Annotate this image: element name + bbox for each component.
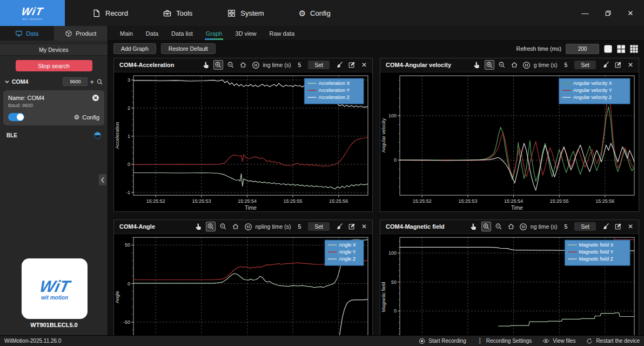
stop-search-button[interactable]: Stop search	[16, 60, 92, 71]
pan-tool-icon[interactable]	[193, 222, 203, 231]
close-panel-icon[interactable]: ✕	[626, 60, 635, 70]
zoom-in-tool-icon[interactable]	[213, 60, 223, 70]
pause-tool-icon[interactable]	[519, 222, 528, 231]
refresh-time-input[interactable]	[566, 44, 599, 54]
sidebar-tab-data[interactable]: Data	[0, 26, 54, 41]
view-files-button[interactable]: View files	[542, 337, 575, 344]
layout-grid4-icon[interactable]	[616, 44, 626, 54]
restore-default-button[interactable]: Restore Default	[161, 43, 216, 54]
home-tool-icon[interactable]	[238, 60, 248, 70]
set-button[interactable]: Set	[574, 61, 596, 69]
add-graph-button[interactable]: Add Graph	[113, 43, 156, 54]
graph-toolbar: Add Graph Restore Default Refresh time (…	[108, 41, 644, 57]
tab-data[interactable]: Data	[140, 28, 164, 40]
baud-rate-input[interactable]	[63, 77, 88, 86]
edit-tool-icon[interactable]	[347, 222, 357, 231]
svg-text:15:25:52: 15:25:52	[413, 198, 432, 204]
pan-tool-icon[interactable]	[201, 60, 211, 70]
edit-tool-icon[interactable]	[347, 60, 357, 70]
pan-tool-icon[interactable]	[469, 222, 479, 231]
sampling-time-value[interactable]: 5	[293, 62, 305, 68]
svg-text:2: 2	[128, 105, 130, 111]
zoom-out-tool-icon[interactable]	[226, 60, 236, 70]
tab-main[interactable]: Main	[115, 28, 138, 40]
zoom-out-tool-icon[interactable]	[218, 222, 228, 231]
close-panel-icon[interactable]: ✕	[359, 222, 369, 231]
sampling-time-value[interactable]: 5	[560, 62, 572, 68]
search-device-icon[interactable]	[96, 78, 103, 85]
app-logo: WiT wit motion	[0, 0, 65, 26]
home-tool-icon[interactable]	[231, 222, 240, 231]
home-tool-icon[interactable]	[509, 60, 519, 70]
restart-device-button[interactable]: Restart the device	[586, 338, 640, 344]
tab-3d-view[interactable]: 3D view	[230, 28, 261, 40]
device-card[interactable]: Name: COM4 Baud: 9600 ⚙ Config	[3, 90, 104, 125]
chevron-down-icon[interactable]	[4, 79, 10, 84]
device-logo-card: WiT wit motion	[22, 258, 88, 319]
sampling-time-value[interactable]: 5	[560, 223, 572, 230]
zoom-in-tool-icon[interactable]	[206, 222, 216, 231]
panel-title: COM4-Angle	[119, 223, 155, 230]
minimize-button[interactable]: —	[576, 5, 594, 21]
acceleration-chart[interactable]: 3210-115:25:5215:25:5315:25:5415:25:5515…	[114, 72, 372, 211]
svg-text:Magnetic field: Magnetic field	[381, 282, 386, 312]
pause-tool-icon[interactable]	[243, 222, 253, 231]
close-button[interactable]: ✕	[621, 5, 640, 21]
menu-system-label: System	[240, 9, 264, 17]
start-recording-button[interactable]: Start Recording	[419, 338, 466, 344]
zoom-in-tool-icon[interactable]	[481, 222, 491, 231]
panel-header: COM4-Angle npling time (s) 5 Set ✕	[114, 220, 372, 234]
clear-tool-icon[interactable]	[334, 222, 344, 231]
close-panel-icon[interactable]: ✕	[359, 60, 369, 70]
set-button[interactable]: Set	[308, 222, 330, 231]
menu-config[interactable]: ⚙ Config	[284, 0, 346, 26]
set-button[interactable]: Set	[574, 222, 596, 231]
layout-single-icon[interactable]	[603, 44, 613, 54]
edit-tool-icon[interactable]	[613, 60, 623, 70]
clear-tool-icon[interactable]	[601, 222, 611, 231]
magnetic-field-chart[interactable]: 10050015:25:5215:25:5315:25:5415:25:5515…	[380, 234, 639, 336]
svg-text:1: 1	[128, 134, 130, 139]
sidebar-collapse-button[interactable]	[99, 174, 106, 185]
recording-settings-button[interactable]: ⋮ Recording Settings	[477, 337, 532, 344]
set-button[interactable]: Set	[308, 61, 330, 69]
panel-toolbar: g time (s) 5 Set ✕	[472, 60, 635, 70]
sampling-time-value[interactable]: 5	[293, 223, 305, 230]
sidebar-tab-product[interactable]: Product	[54, 26, 108, 41]
clear-tool-icon[interactable]	[334, 60, 344, 70]
zoom-out-tool-icon[interactable]	[497, 60, 507, 70]
svg-text:3: 3	[128, 77, 130, 83]
menu-tools[interactable]: Tools	[147, 0, 207, 26]
menu-record[interactable]: Record	[77, 0, 143, 26]
zoom-out-tool-icon[interactable]	[494, 222, 504, 231]
home-tool-icon[interactable]	[506, 222, 516, 231]
pause-tool-icon[interactable]	[522, 60, 532, 70]
menu-system[interactable]: System	[212, 0, 279, 26]
bluetooth-icon	[94, 132, 101, 139]
gear-icon: ⚙	[299, 9, 306, 17]
ble-row[interactable]: BLE	[6, 130, 101, 140]
svg-text:Magnetic field X: Magnetic field X	[579, 242, 614, 248]
layout-grid9-icon[interactable]	[629, 44, 639, 54]
main-menu: Record Tools System ⚙ Config	[77, 0, 346, 26]
angular-velocity-chart[interactable]: 100015:25:5215:25:5315:25:5415:25:5515:2…	[380, 72, 639, 211]
svg-text:15:25:55: 15:25:55	[284, 198, 303, 204]
disconnect-icon[interactable]	[92, 94, 99, 102]
tab-graph[interactable]: Graph	[200, 28, 228, 40]
connection-toggle[interactable]	[8, 113, 24, 121]
device-config-button[interactable]: ⚙ Config	[73, 114, 99, 121]
svg-text:Acceleration X: Acceleration X	[318, 81, 350, 86]
pause-tool-icon[interactable]	[251, 60, 260, 70]
system-grid-icon	[227, 9, 236, 18]
tab-data-list[interactable]: Data list	[166, 28, 198, 40]
svg-text:Angular velocity Y: Angular velocity Y	[573, 88, 612, 93]
pan-tool-icon[interactable]	[472, 60, 482, 70]
restore-button[interactable]	[599, 5, 617, 21]
clear-tool-icon[interactable]	[601, 60, 611, 70]
edit-tool-icon[interactable]	[613, 222, 623, 231]
angle-chart[interactable]: 500-5015:25:5215:25:5315:25:5415:25:5515…	[114, 234, 372, 336]
add-device-icon[interactable]: +	[90, 78, 94, 85]
tab-raw-data[interactable]: Raw data	[264, 28, 300, 40]
close-panel-icon[interactable]: ✕	[626, 222, 635, 231]
zoom-in-tool-icon[interactable]	[485, 60, 494, 70]
